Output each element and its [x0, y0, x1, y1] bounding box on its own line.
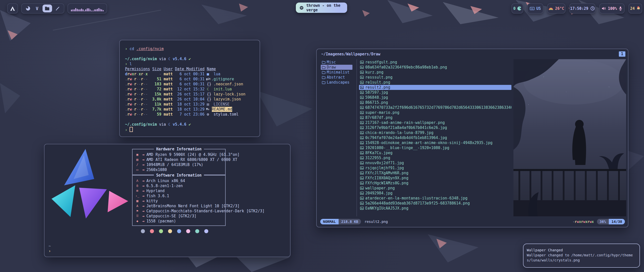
file-list-item[interactable]: 68747470733a2f2f696d616765732d7769786d70… [359, 105, 511, 110]
filetype-icon: ■ [207, 72, 211, 77]
file-list-item[interactable]: super-mario.png [359, 110, 511, 115]
file-item-name: 154928-odinokoe_anime-art-anime-okno-sin… [365, 140, 493, 145]
file-list-item[interactable]: chica-mirando-la-luna-8799.jpg [359, 130, 511, 135]
file-list-item[interactable]: wallpaper.png [359, 186, 511, 191]
file-list-item[interactable]: 217167-sad-anime-rain-wallpaper.png [359, 120, 511, 125]
image-file-icon [360, 91, 364, 94]
file-list-item[interactable]: FXfcII0X0AQyn9X.png [359, 176, 511, 181]
software-info-entry: ▦→kitty [134, 198, 225, 203]
spotify-widget[interactable]: thrown - on the verge [296, 3, 347, 13]
arrow-icon: → [142, 198, 144, 203]
file-item-name: 68747470733a2f2f696d616765732d7769786d70… [365, 105, 511, 110]
list-position-badge: 14/38 [609, 219, 625, 224]
microphone-icon [619, 6, 622, 11]
sidebar-folder-item[interactable]: Draw [321, 65, 352, 70]
file-list-item[interactable]: FXfcHgcWIAMzs0G.png [359, 181, 511, 186]
ls-file-row: .rw-r--r--3,0kmatt26 oct 10:04{}lazyvim.… [125, 97, 258, 102]
file-size: - [152, 72, 161, 77]
file-list-item[interactable]: 154928-odinokoe_anime-art-anime-okno-sin… [359, 140, 511, 145]
updates-module[interactable]: 0 [511, 3, 523, 14]
file-list-item[interactable]: 08a634fa02a32364f69ebc86a98eb1eb.png [359, 65, 511, 70]
visualizer-bar [72, 9, 73, 11]
software-entry-icon: δ [134, 183, 141, 188]
vivaldi-icon[interactable]: V [33, 5, 41, 12]
image-file-icon [360, 71, 364, 74]
audio-visualizer[interactable] [67, 3, 107, 14]
filetype-icon: {} [207, 92, 211, 97]
file-list-item[interactable]: 3122955.png [359, 155, 511, 160]
terminal-window[interactable]: ›cd.config/nvim ~/.config/nvimvia☾v5.4.6… [119, 40, 260, 137]
notification-toast[interactable]: Wallpaper Changed Wallpaper changed to /… [523, 244, 640, 268]
image-file-icon [360, 136, 364, 140]
shell-prompt[interactable]: ~ › [49, 244, 51, 254]
file-list-item[interactable]: re1sult.png [359, 80, 511, 85]
clock-module[interactable]: 17:50:29 [569, 3, 595, 14]
firefox-icon[interactable] [25, 5, 32, 12]
file-list-item[interactable]: 19201080-__blue-tinge__-1920×1080.jpg [359, 145, 511, 150]
file-list-item[interactable]: 0c794faf07de24a4db4d4fb1eb813964.jpg [359, 135, 511, 140]
file-list-item[interactable]: ressdfgult.png [359, 60, 511, 65]
hardware-entry-text: 10948MiB / 64183MiB (17%) [146, 162, 203, 167]
file-list-item[interactable]: 587597.jpg [359, 90, 511, 95]
desktop: V thrown - on the verge 0 US [0, 0, 644, 272]
palette-dot [177, 229, 181, 233]
file-list-item[interactable]: EeNKYgIUcAAJ5JX.png [359, 206, 511, 211]
pacman-icon [517, 6, 521, 11]
audio-module[interactable]: 100% [599, 3, 625, 14]
file-list-item[interactable]: kurz.png [359, 70, 511, 75]
visualizer-bar [81, 9, 82, 11]
palette-dot [186, 229, 190, 233]
app-launcher-button[interactable] [7, 3, 18, 14]
file-list-item[interactable]: resssult.png [359, 75, 511, 80]
file-size: 59 [152, 112, 161, 117]
file-list-item[interactable]: 5a266e448add93deab367d87173e9f25-6837886… [359, 201, 511, 206]
brush-icon[interactable] [54, 5, 61, 12]
software-info-entry: ⠿→Catppuccin-SE [GTK2/3] [134, 214, 225, 219]
status-bar: NORMAL 218.8 KB result2.png -rwxrwxrwx 3… [320, 219, 625, 224]
visualizer-bar [78, 9, 79, 11]
software-entry-text: JetBrainsMono Nerd Font Light 10 [GTK2/3… [146, 203, 239, 209]
notifications-module[interactable]: 24 [628, 3, 642, 14]
software-entry-text: kitty [146, 198, 158, 203]
visualizer-bar [95, 9, 96, 11]
file-list-item[interactable]: 87r687df.png [359, 115, 511, 120]
file-manager-icon[interactable] [43, 5, 52, 12]
software-info-entry: Λ→Arch Linux x86_64 [134, 178, 225, 183]
file-item-name: 8FKa7Cu.jpeg [365, 150, 392, 155]
file-list: ressdfgult.png 08a634fa02a32364f69ebc86a… [359, 60, 511, 211]
keyboard-layout-module[interactable]: US [527, 3, 543, 14]
file-list-item[interactable]: 866715.png [359, 100, 511, 105]
file-list-item[interactable]: 596848.jpg [359, 95, 511, 100]
sidebar-folder-item[interactable]: Misc [321, 60, 352, 65]
file-list-item[interactable]: result2.png [359, 85, 511, 90]
software-entry-icon: ⊞ [134, 188, 141, 193]
prompt-line[interactable]: › [125, 127, 258, 132]
software-entry-text: Hyprland [146, 188, 165, 193]
weather-module[interactable]: 26°C [547, 3, 566, 14]
file-permissions: .rw-r--r-- [125, 102, 150, 107]
breadcrumb-path: ~/Imagenes/Wallpapers/Draw [321, 52, 380, 57]
prompt-context: ~/.config/nvimvia☾v5.4.6✔ [125, 122, 258, 127]
sidebar-folder-item[interactable]: Landscapes [321, 80, 352, 85]
filetype-icon: {} [207, 82, 211, 87]
image-file-icon [360, 65, 364, 69]
file-list-item[interactable]: rsjqojlmjhf91.jpg [359, 165, 511, 171]
file-list-item[interactable]: FXfcJlTXgAMvH6R.png [359, 171, 511, 176]
sidebar-folder-item[interactable]: Abstract [321, 75, 352, 80]
file-list-item[interactable]: atardecer-en-la-montanas-ilustracion-634… [359, 196, 511, 201]
tab-badge[interactable]: 1 [619, 51, 625, 57]
file-list-item[interactable]: 8FKa7Cu.jpeg [359, 150, 511, 155]
software-entry-text: 1558 (pacman) [146, 219, 176, 224]
file-item-name: 5a266e448add93deab367d87173e9f25-6837886… [365, 201, 470, 206]
file-list-item[interactable]: 20492984.jpg [359, 191, 511, 196]
file-list-item[interactable]: nnvuv0xj2df71.jpg [359, 160, 511, 165]
file-owner: matt [164, 72, 173, 77]
image-file-icon [360, 86, 364, 89]
image-file-icon [360, 126, 364, 129]
sidebar-folder-item[interactable]: Minimalist [321, 70, 352, 75]
fetch-terminal-window[interactable]: Hardware Information ▣→AMD Ryzen 9 5900X… [44, 144, 291, 257]
file-manager-window[interactable]: ~/Imagenes/Wallpapers/Draw 1 Misc Draw M… [316, 49, 628, 227]
file-permissions: .rw-r--r-- [125, 82, 150, 87]
palette-dot [150, 229, 154, 233]
file-list-item[interactable]: 3126f7e9bbf21a8a4af0b67b041c6e26.jpg [359, 125, 511, 130]
